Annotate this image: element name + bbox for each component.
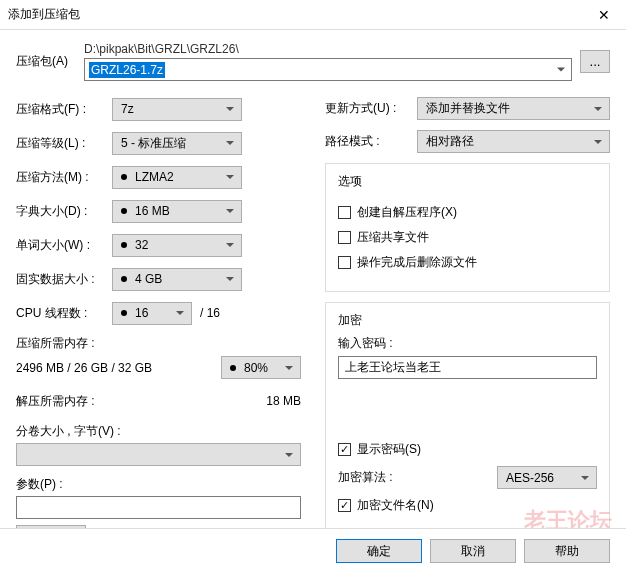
algo-select[interactable]: AES-256 [497,466,597,489]
decompress-mem-label: 解压所需内存 : [16,393,95,410]
options-title: 选项 [334,173,366,190]
method-select[interactable]: LZMA2 [112,166,242,189]
format-select[interactable]: 7z [112,98,242,121]
browse-button[interactable]: ... [580,50,610,73]
archive-filename-input[interactable]: GRZL26-1.7z [84,58,572,81]
bullet-icon [121,208,127,214]
solid-select[interactable]: 4 GB [112,268,242,291]
word-label: 单词大小(W) : [16,237,112,254]
share-label: 压缩共享文件 [357,229,429,246]
dict-row: 字典大小(D) : 16 MB [16,199,301,223]
showpwd-row: 显示密码(S) [338,441,597,458]
dialog-buttons: 确定 取消 帮助 [0,528,626,573]
cpu-label: CPU 线程数 : [16,305,112,322]
solid-label: 固实数据大小 : [16,271,112,288]
bullet-icon [121,310,127,316]
decompress-mem-row: 解压所需内存 : 18 MB [16,389,301,413]
method-label: 压缩方法(M) : [16,169,112,186]
volume-select[interactable] [16,443,301,466]
titlebar: 添加到压缩包 ✕ [0,0,626,30]
cpu-select[interactable]: 16 [112,302,192,325]
close-button[interactable]: ✕ [581,0,626,30]
word-row: 单词大小(W) : 32 [16,233,301,257]
dict-label: 字典大小(D) : [16,203,112,220]
compress-mem-label: 压缩所需内存 : [16,335,95,352]
delete-label: 操作完成后删除源文件 [357,254,477,271]
encryptnames-checkbox[interactable] [338,499,351,512]
algo-row: 加密算法 : AES-256 [338,466,597,489]
mem-percent-select[interactable]: 80% [221,356,301,379]
bullet-icon [121,242,127,248]
ellipsis-icon: ... [589,54,600,69]
ok-button[interactable]: 确定 [336,539,422,563]
update-label: 更新方式(U) : [325,100,405,117]
archive-label: 压缩包(A) [16,53,76,70]
update-row: 更新方式(U) : 添加并替换文件 [325,97,610,120]
sfx-checkbox[interactable] [338,206,351,219]
encryptnames-row: 加密文件名(N) [338,497,597,514]
bullet-icon [121,174,127,180]
bullet-icon [121,276,127,282]
bullet-icon [230,365,236,371]
word-select[interactable]: 32 [112,234,242,257]
pathmode-label: 路径模式 : [325,133,405,150]
cancel-button[interactable]: 取消 [430,539,516,563]
decompress-mem-value: 18 MB [266,394,301,408]
window-title: 添加到压缩包 [8,6,80,23]
cpu-total: / 16 [200,306,220,320]
delete-row: 操作完成后删除源文件 [338,254,597,271]
compress-mem-value: 2496 MB / 26 GB / 32 GB [16,361,152,375]
left-column: 压缩格式(F) : 7z 压缩等级(L) : 5 - 标准压缩 压缩方法(M) … [16,97,301,549]
showpwd-checkbox[interactable] [338,443,351,456]
method-row: 压缩方法(M) : LZMA2 [16,165,301,189]
share-row: 压缩共享文件 [338,229,597,246]
compress-mem-row: 压缩所需内存 : 2496 MB / 26 GB / 32 GB 80% [16,335,301,379]
params-label: 参数(P) : [16,476,301,493]
level-row: 压缩等级(L) : 5 - 标准压缩 [16,131,301,155]
archive-path: D:\pikpak\Bit\GRZL\GRZL26\ [84,42,572,56]
archive-filename: GRZL26-1.7z [89,62,165,78]
update-select[interactable]: 添加并替换文件 [417,97,610,120]
encryptnames-label: 加密文件名(N) [357,497,434,514]
pathmode-select[interactable]: 相对路径 [417,130,610,153]
level-label: 压缩等级(L) : [16,135,112,152]
algo-label: 加密算法 : [338,469,485,486]
options-fieldset: 选项 创建自解压程序(X) 压缩共享文件 操作完成后删除源文件 [325,163,610,292]
share-checkbox[interactable] [338,231,351,244]
columns: 压缩格式(F) : 7z 压缩等级(L) : 5 - 标准压缩 压缩方法(M) … [16,97,610,549]
password-input[interactable] [338,356,597,379]
params-row: 参数(P) : [16,476,301,519]
encrypt-fieldset: 加密 输入密码 : 显示密码(S) 加密算法 : AES-256 加密文件名(N… [325,302,610,537]
solid-row: 固实数据大小 : 4 GB [16,267,301,291]
dialog-content: 压缩包(A) D:\pikpak\Bit\GRZL\GRZL26\ GRZL26… [0,30,626,557]
showpwd-label: 显示密码(S) [357,441,421,458]
params-input[interactable] [16,496,301,519]
help-button[interactable]: 帮助 [524,539,610,563]
format-label: 压缩格式(F) : [16,101,112,118]
sfx-row: 创建自解压程序(X) [338,204,597,221]
delete-checkbox[interactable] [338,256,351,269]
volume-label: 分卷大小 , 字节(V) : [16,423,301,440]
sfx-label: 创建自解压程序(X) [357,204,457,221]
encrypt-title: 加密 [334,312,366,329]
format-row: 压缩格式(F) : 7z [16,97,301,121]
pathmode-row: 路径模式 : 相对路径 [325,130,610,153]
close-icon: ✕ [598,7,610,23]
password-label: 输入密码 : [338,335,597,352]
cpu-row: CPU 线程数 : 16 / 16 [16,301,301,325]
right-column: 更新方式(U) : 添加并替换文件 路径模式 : 相对路径 选项 创建自解压程序… [325,97,610,549]
archive-row: 压缩包(A) D:\pikpak\Bit\GRZL\GRZL26\ GRZL26… [16,42,610,81]
dict-select[interactable]: 16 MB [112,200,242,223]
volume-row: 分卷大小 , 字节(V) : [16,423,301,466]
level-select[interactable]: 5 - 标准压缩 [112,132,242,155]
archive-field: D:\pikpak\Bit\GRZL\GRZL26\ GRZL26-1.7z [84,42,572,81]
spacer [338,379,597,433]
